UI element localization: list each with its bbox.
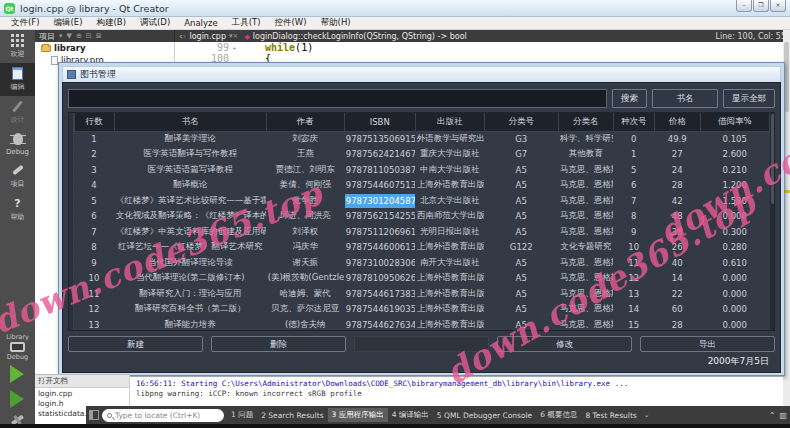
table-cell[interactable]: 翻译概论 <box>114 178 266 194</box>
table-cell[interactable]: 12 <box>74 302 114 318</box>
search-input[interactable] <box>68 89 607 108</box>
table-cell[interactable]: 红译艺坛——《红楼梦》翻译艺术研究 <box>114 240 266 256</box>
table-cell[interactable]: 马克思、恩格斯... <box>558 271 613 287</box>
table-cell[interactable]: 上海外语教育出版社 <box>415 302 484 318</box>
column-header[interactable]: 价格 <box>654 113 700 131</box>
menu-item[interactable]: 工具(T) <box>225 17 268 29</box>
table-cell[interactable]: 9787811050387 <box>344 162 415 178</box>
table-row[interactable]: 4翻译概论姜倩、何刚强9787544607513上海外语教育出版社A5马克思、恩… <box>74 178 769 194</box>
close-button[interactable]: × <box>770 0 786 12</box>
selected-cell[interactable]: 9787301204587 <box>344 193 415 209</box>
table-cell[interactable]: 《红楼梦》中英文语料库的创建及应用研究 <box>114 224 266 240</box>
table-cell[interactable]: 11 <box>74 286 114 302</box>
table-cell[interactable]: 0.000 <box>700 302 769 318</box>
table-cell[interactable]: 当代国外翻译理论导读 <box>114 255 266 271</box>
book-table[interactable]: 行数书名作者ISBN出版社分类号分类名种次号价格借阅率% 1翻译美学理论刘宓庆9… <box>74 113 770 331</box>
fold-marker-icon[interactable]: ▸ <box>233 42 241 53</box>
table-cell[interactable]: 马克思、恩格斯... <box>558 209 613 225</box>
output-panes-menu-icon[interactable]: ⌄ <box>644 411 650 419</box>
menu-item[interactable]: 帮助(H) <box>314 17 358 29</box>
table-row[interactable]: 11翻译研究入门：理论与应用哈迪姆、蒙代9787544617383上海外语教育出… <box>74 286 769 302</box>
table-cell[interactable]: 0.210 <box>700 162 769 178</box>
column-header[interactable]: 行数 <box>74 113 114 131</box>
table-cell[interactable]: 28 <box>654 317 700 331</box>
table-cell[interactable]: 35 <box>654 224 700 240</box>
table-cell[interactable]: 1 <box>613 147 654 163</box>
table-cell[interactable]: 党争胜 <box>266 193 344 209</box>
filter-icon[interactable]: ▼ <box>67 32 72 40</box>
table-cell[interactable]: 14 <box>613 302 654 318</box>
table-row[interactable]: 13翻译能力培养(德)舍夫纳9787544627634上海外语教育出版社A5马克… <box>74 317 769 331</box>
table-cell[interactable]: 2 <box>74 147 114 163</box>
table-cell[interactable]: 马克思、恩格斯... <box>558 255 613 271</box>
table-cell[interactable]: 0.000 <box>700 271 769 287</box>
mode-项目[interactable]: 项目 <box>0 160 35 193</box>
sync-icon[interactable]: ⊕ <box>76 32 82 40</box>
table-row[interactable]: 1翻译美学理论刘宓庆9787513506915外语教学与研究出版社G3科学、科学… <box>74 131 769 147</box>
table-cell[interactable]: 贾德江、刘明东 <box>266 162 344 178</box>
delete-button[interactable]: 删除 <box>211 336 346 352</box>
table-cell[interactable]: 15 <box>613 317 654 331</box>
minimize-button[interactable]: – <box>736 0 752 12</box>
table-cell[interactable]: 马克思、恩格斯... <box>558 317 613 331</box>
export-button[interactable]: 导出 <box>640 336 775 352</box>
table-cell[interactable]: 2.600 <box>700 147 769 163</box>
table-cell[interactable]: A5 <box>484 317 558 331</box>
table-cell[interactable]: 外语教学与研究出版社 <box>415 131 484 147</box>
table-cell[interactable]: 科学、科学研究 <box>558 131 613 147</box>
table-row[interactable]: 6文化视域及翻译策略：《红楼梦》译本的多维研究邱进、周洪亮97875621542… <box>74 209 769 225</box>
table-cell[interactable]: 上海外语教育出版社 <box>415 286 484 302</box>
menu-item[interactable]: Analyze <box>177 18 225 28</box>
menu-item[interactable]: 调试(D) <box>133 17 177 29</box>
table-cell[interactable]: 0.000 <box>700 286 769 302</box>
search-button[interactable]: 搜索 <box>612 89 647 108</box>
panel-selector-combo[interactable]: 项目 <box>39 31 55 42</box>
table-cell[interactable]: 26 <box>654 240 700 256</box>
table-cell[interactable]: 0.000 <box>700 317 769 331</box>
table-cell[interactable]: 上海外语教育出版社 <box>415 240 484 256</box>
output-pane-tab[interactable]: 8 Test Results <box>581 409 640 422</box>
table-cell[interactable]: G3 <box>484 131 558 147</box>
table-cell[interactable]: 27 <box>654 147 700 163</box>
output-pane-tab[interactable]: 2 Search Results <box>257 409 327 422</box>
table-cell[interactable]: 4 <box>74 178 114 194</box>
new-button[interactable]: 新建 <box>68 336 203 352</box>
table-row[interactable]: 12翻译研究百科全书（第二版）贝克、萨尔达尼亚9787544619035上海外语… <box>74 302 769 318</box>
table-cell[interactable]: 西南师范大学出版社 <box>415 209 484 225</box>
close-panel-icon[interactable]: ⊠ <box>96 32 102 40</box>
column-header[interactable]: 作者 <box>266 113 344 131</box>
table-cell[interactable]: 13 <box>613 286 654 302</box>
table-cell[interactable]: 文化专题研究 <box>558 240 613 256</box>
mode-帮助[interactable]: ?帮助 <box>0 193 35 226</box>
table-row[interactable]: 2医学英语翻译与写作教程王燕9787562421467重庆大学出版社G7其他教育… <box>74 147 769 163</box>
table-cell[interactable]: 当代翻译理论(第二版修订本) <box>114 271 266 287</box>
open-document-item[interactable]: login.cpp <box>35 388 129 398</box>
table-row[interactable]: 9当代国外翻译理论导读谢天振9787310028306南开大学出版社A5马克思、… <box>74 255 769 271</box>
table-cell[interactable]: 42 <box>654 193 700 209</box>
application-output-console[interactable]: 16:56:11: Starting C:\Users\Administrato… <box>130 376 783 406</box>
table-cell[interactable]: 中南大学出版社 <box>415 162 484 178</box>
table-cell[interactable]: 重庆大学出版社 <box>415 147 484 163</box>
table-cell[interactable]: 9787310028306 <box>344 255 415 271</box>
output-pane-tab[interactable]: 4 编译输出 <box>388 408 433 422</box>
table-cell[interactable]: 13 <box>74 317 114 331</box>
table-cell[interactable]: 上海外语教育出版社 <box>415 178 484 194</box>
table-cell[interactable]: 0.105 <box>700 131 769 147</box>
open-file-tab[interactable]: login.cpp <box>189 32 226 41</box>
forward-icon[interactable]: › <box>183 31 187 41</box>
column-header[interactable]: 分类号 <box>484 113 558 131</box>
table-cell[interactable]: 60 <box>654 302 700 318</box>
output-pane-tab[interactable]: 1 问题 <box>227 408 257 422</box>
table-cell[interactable]: 0.280 <box>700 240 769 256</box>
table-cell[interactable]: A5 <box>484 286 558 302</box>
menu-item[interactable]: 构建(B) <box>90 17 133 29</box>
table-cell[interactable]: A5 <box>484 178 558 194</box>
table-cell[interactable]: 49.9 <box>654 131 700 147</box>
table-cell[interactable]: 1 <box>74 131 114 147</box>
table-cell[interactable]: A5 <box>484 162 558 178</box>
output-pane-tab[interactable]: 3 应用程序输出 <box>328 408 388 422</box>
column-header[interactable]: 借阅率% <box>700 113 769 131</box>
menu-item[interactable]: 文件(F) <box>4 17 47 29</box>
table-scrollbar-thumb[interactable] <box>771 114 775 204</box>
table-cell[interactable]: 1.580 <box>700 193 769 209</box>
